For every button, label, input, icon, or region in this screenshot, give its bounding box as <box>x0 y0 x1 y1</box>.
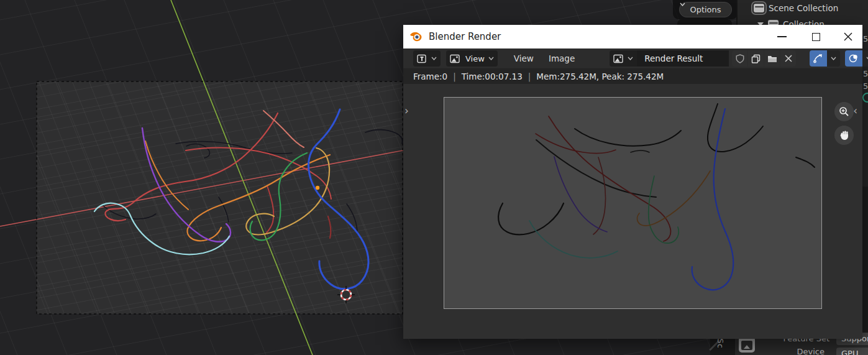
hand-icon <box>839 130 849 141</box>
image-datablock-icon <box>610 50 628 67</box>
image-editor-main-region[interactable]: › ‹ <box>403 84 862 339</box>
gizmo-toggle-group <box>810 50 840 67</box>
blender-logo-icon <box>409 30 423 44</box>
minimize-button[interactable] <box>767 25 796 48</box>
overlays-dropdown[interactable] <box>862 50 868 67</box>
device-dropdown[interactable]: GPU <box>836 348 868 355</box>
close-button[interactable] <box>834 25 862 48</box>
folder-icon <box>767 55 777 63</box>
stat-frame: Frame:0 <box>413 71 447 81</box>
display-mode-dropdown[interactable]: View <box>446 50 498 67</box>
output-tab-icon[interactable] <box>739 338 755 353</box>
image-datablock-selector: Render Result <box>610 50 796 67</box>
r-curve-teal <box>529 221 618 258</box>
r-curve-blue <box>692 109 734 290</box>
selected-point <box>316 186 319 190</box>
edge-fragment: 5 <box>863 69 868 78</box>
menu-image[interactable]: Image <box>541 53 582 63</box>
menu-view[interactable]: View <box>506 53 541 63</box>
r-curve-black-arc <box>575 129 681 146</box>
viewport-header-strip: Options <box>673 0 738 19</box>
maximize-icon <box>812 33 820 41</box>
unlink-image-button[interactable] <box>780 50 796 67</box>
pan-button[interactable] <box>834 126 854 145</box>
gizmo-icon <box>813 53 823 63</box>
r-curve-green <box>649 176 679 243</box>
r-curve-maroon-b <box>536 134 616 154</box>
render-result-image[interactable] <box>444 97 822 309</box>
collection-icon <box>754 4 764 12</box>
expand-sidebar-chevron[interactable]: ‹ <box>853 106 857 115</box>
editor-type-button[interactable] <box>413 50 441 67</box>
r-curve-black-strand <box>536 140 656 197</box>
image-thumbnail-icon <box>446 50 464 67</box>
browse-image-button[interactable] <box>610 50 637 67</box>
chevron-down-icon <box>831 57 836 60</box>
stat-time: Time:00:07.13 <box>462 71 523 81</box>
chevron-down-icon <box>680 2 685 6</box>
properties-side-label: Sc <box>716 339 725 349</box>
display-mode-label: View <box>464 50 487 67</box>
chevron-down-icon <box>487 50 498 67</box>
show-gizmo-toggle[interactable] <box>810 50 827 67</box>
render-stats-bar: Frame:0 | Time:00:07.13 | Mem:275.42M, P… <box>403 69 862 84</box>
close-x-icon <box>785 55 792 62</box>
image-editor-icon <box>413 50 431 67</box>
close-icon <box>844 32 852 41</box>
chevron-down-icon <box>628 50 637 67</box>
window-title: Blender Render <box>429 31 501 42</box>
r-curve-purple <box>554 157 607 232</box>
show-overlays-toggle[interactable] <box>845 50 862 67</box>
maximize-button[interactable] <box>802 25 830 48</box>
stat-memory: Mem:275.42M, Peak: 275.42M <box>536 71 664 81</box>
options-button[interactable]: Options <box>679 2 732 17</box>
scene-collection-label: Scene Collection <box>769 3 838 13</box>
outliner-scene-collection-row[interactable]: Scene Collection <box>754 3 838 13</box>
device-label: Device <box>775 347 825 355</box>
expand-toolbar-chevron[interactable]: › <box>404 106 409 115</box>
minimize-icon <box>777 36 787 37</box>
properties-panel: Sc Feature Set Suppor Device GPU <box>710 337 868 355</box>
edge-fragment: 5 <box>863 34 868 44</box>
edge-fragment: 5 <box>863 81 868 91</box>
overlay-toggle-group <box>845 50 868 67</box>
properties-tab-column: Sc <box>710 337 735 355</box>
refresh-icon-fragment <box>862 93 868 103</box>
blender-render-window: Blender Render View View Image <box>403 25 862 339</box>
options-button-label: Options <box>690 5 721 14</box>
window-titlebar[interactable]: Blender Render <box>403 25 862 48</box>
chevron-down-icon <box>431 50 441 67</box>
image-editor-header: View View Image Render Result <box>403 48 862 69</box>
r-curve-black-fragment <box>796 157 815 167</box>
r-curve-black-loop <box>498 203 564 234</box>
image-name-field[interactable]: Render Result <box>637 50 729 67</box>
open-image-button[interactable] <box>764 50 780 67</box>
r-curve-black-topright <box>708 104 763 152</box>
r-curve-maroon-main <box>549 116 670 241</box>
zoom-in-icon <box>839 106 849 117</box>
render-curves <box>444 98 823 310</box>
fake-user-button[interactable] <box>732 50 747 67</box>
zoom-button[interactable] <box>834 102 854 121</box>
copy-pages-icon <box>751 54 761 63</box>
gizmo-dropdown[interactable] <box>827 50 840 67</box>
r-curve-black-small <box>631 150 649 152</box>
new-image-button[interactable] <box>748 50 764 67</box>
shield-icon <box>736 54 744 63</box>
overlays-icon <box>849 53 859 63</box>
